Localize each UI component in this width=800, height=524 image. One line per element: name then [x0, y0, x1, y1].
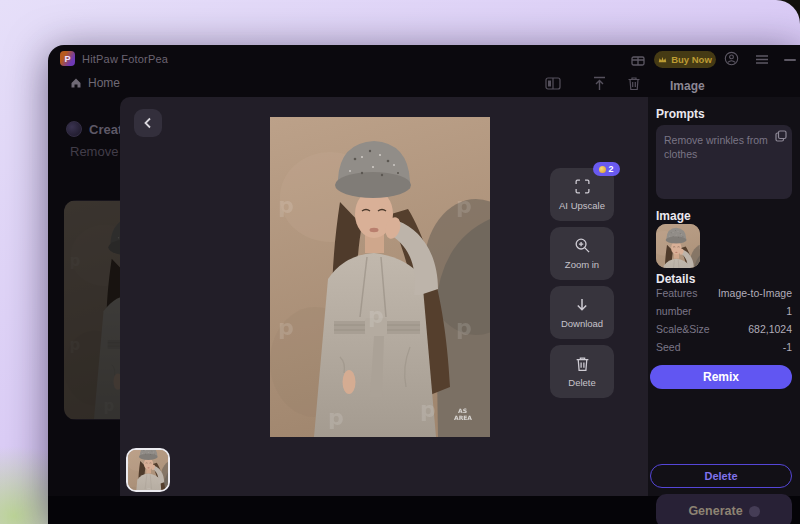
export-icon[interactable]	[592, 76, 607, 92]
chevron-left-icon	[142, 117, 154, 129]
gift-icon[interactable]	[631, 53, 645, 66]
home-label: Home	[88, 76, 120, 90]
remix-button[interactable]: Remix	[650, 365, 792, 389]
back-button[interactable]	[134, 109, 162, 137]
action-label: Zoom in	[565, 259, 599, 270]
generate-label: Generate	[688, 504, 742, 518]
action-label: AI Upscale	[559, 200, 605, 211]
app-window: P HitPaw FotorPea Buy Now	[48, 45, 800, 524]
prompt-text: Remove wrinkles from clothes	[664, 134, 768, 160]
delete-creation-button[interactable]: Delete	[650, 464, 792, 488]
detail-row: Seed -1	[656, 341, 792, 353]
download-button[interactable]: Download	[550, 286, 614, 339]
zoom-in-icon	[574, 237, 591, 254]
buy-now-button[interactable]: Buy Now	[654, 51, 716, 68]
image-section-title: Image	[656, 209, 691, 223]
action-buttons: 2 AI Upscale Zoom in	[550, 168, 614, 398]
action-label: Download	[561, 318, 603, 329]
detail-value: 682,1024	[748, 323, 792, 335]
source-image-thumbnail[interactable]	[656, 224, 700, 268]
trash-icon[interactable]	[627, 76, 641, 91]
creations-icon	[66, 121, 82, 137]
upscale-icon	[574, 178, 591, 195]
coin-icon	[749, 506, 760, 517]
image-viewer: 2 AI Upscale Zoom in	[120, 97, 648, 496]
download-icon	[574, 297, 590, 313]
panel-header-title: Image	[670, 79, 705, 93]
main-photo	[270, 117, 490, 437]
prompts-title: Prompts	[656, 107, 705, 121]
screen: P HitPaw FotorPea Buy Now	[0, 0, 800, 524]
detail-row: number 1	[656, 305, 792, 317]
dimmed-prompt-text: Remove	[70, 144, 118, 159]
menu-icon[interactable]	[755, 55, 769, 64]
ai-upscale-button[interactable]: 2 AI Upscale	[550, 168, 614, 221]
trash-icon	[575, 356, 590, 372]
detail-label: number	[656, 305, 692, 317]
crown-icon	[658, 56, 667, 64]
delete-image-button[interactable]: Delete	[550, 345, 614, 398]
detail-label: Scale&Size	[656, 323, 710, 335]
account-icon[interactable]	[724, 51, 739, 66]
breadcrumb-home[interactable]: Home	[70, 76, 120, 90]
credit-count: 2	[608, 164, 613, 174]
credit-badge: 2	[593, 162, 620, 176]
detail-row: Scale&Size 682,1024	[656, 323, 792, 335]
detail-value: 1	[786, 305, 792, 317]
detail-value: Image-to-Image	[718, 287, 792, 299]
home-icon	[70, 77, 82, 89]
selected-thumbnail[interactable]	[126, 448, 170, 492]
detail-panel: Prompts Remove wrinkles from clothes Ima…	[648, 97, 800, 496]
prompt-text-box[interactable]: Remove wrinkles from clothes	[656, 125, 792, 199]
zoom-in-button[interactable]: Zoom in	[550, 227, 614, 280]
details-title: Details	[656, 272, 695, 286]
minimize-icon[interactable]	[784, 59, 796, 61]
app-title: HitPaw FotorPea	[82, 53, 168, 65]
coin-icon	[599, 166, 606, 173]
detail-value: -1	[783, 341, 792, 353]
buy-now-label: Buy Now	[671, 54, 712, 65]
details-list: Features Image-to-Image number 1 Scale&S…	[656, 287, 792, 353]
compare-icon[interactable]	[545, 76, 561, 91]
detail-row: Features Image-to-Image	[656, 287, 792, 299]
copy-icon[interactable]	[775, 130, 787, 142]
action-label: Delete	[568, 377, 595, 388]
detail-label: Seed	[656, 341, 681, 353]
detail-label: Features	[656, 287, 697, 299]
app-logo-icon: P	[60, 51, 75, 66]
generate-button[interactable]: Generate	[656, 494, 792, 524]
titlebar: P HitPaw FotorPea Buy Now	[48, 45, 800, 73]
